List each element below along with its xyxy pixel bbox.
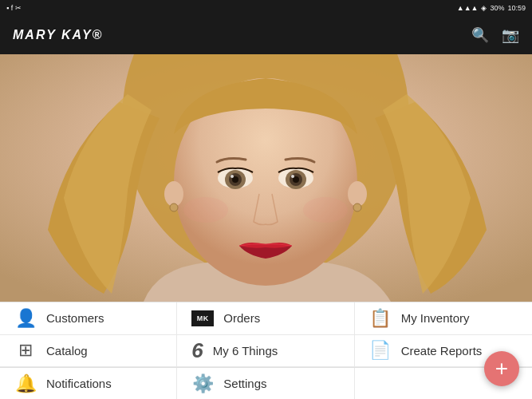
notifications-icon: 🔔 xyxy=(14,373,37,394)
inventory-label: My Inventory xyxy=(401,311,470,325)
svg-point-17 xyxy=(183,197,228,223)
notifications-label: Notifications xyxy=(46,377,112,390)
customers-label: Customers xyxy=(46,311,104,325)
nav-settings[interactable]: ⚙️ Settings xyxy=(177,368,354,399)
nav-orders[interactable]: MK Orders xyxy=(177,302,354,335)
nav-notifications[interactable]: 🔔 Notifications xyxy=(0,368,177,399)
six-things-icon: 6 xyxy=(191,338,203,363)
nav-6things[interactable]: 6 My 6 Things xyxy=(177,335,354,368)
six-things-label: My 6 Things xyxy=(213,344,278,358)
svg-point-16 xyxy=(291,175,294,178)
svg-point-5 xyxy=(348,181,367,207)
svg-point-4 xyxy=(170,203,178,211)
reports-label: Create Reports xyxy=(401,344,483,358)
reports-icon: 📄 xyxy=(369,340,392,361)
fab-icon: + xyxy=(495,358,508,380)
settings-label: Settings xyxy=(223,377,266,390)
app-header: MARY KAY® 🔍 📷 xyxy=(0,16,532,54)
svg-point-3 xyxy=(164,181,183,207)
nav-customers[interactable]: 👤 Customers xyxy=(0,302,177,335)
time-text: 10:59 xyxy=(507,4,526,12)
fab-button[interactable]: + xyxy=(484,351,519,386)
camera-icon[interactable]: 📷 xyxy=(502,26,519,44)
orders-label: Orders xyxy=(223,311,260,325)
nav-inventory[interactable]: 📋 My Inventory xyxy=(355,302,532,335)
hero-image xyxy=(0,54,532,302)
header-icons: 🔍 📷 xyxy=(471,26,519,44)
status-left: ▪ f ✂ xyxy=(6,4,22,12)
signal-icon: ▲▲▲ xyxy=(457,4,479,12)
battery-text: 30% xyxy=(490,4,504,12)
svg-point-18 xyxy=(303,197,348,223)
bottom-row: 🔔 Notifications ⚙️ Settings xyxy=(0,367,532,399)
search-icon[interactable]: 🔍 xyxy=(471,26,489,44)
settings-icon: ⚙️ xyxy=(191,373,214,394)
svg-point-11 xyxy=(231,175,234,178)
bottom-nav: 👤 Customers MK Orders 📋 My Inventory ⊞ C… xyxy=(0,302,532,367)
app-status-icon: ▪ f ✂ xyxy=(6,4,22,12)
svg-point-6 xyxy=(353,203,361,211)
orders-icon: MK xyxy=(191,310,214,326)
inventory-icon: 📋 xyxy=(369,308,392,329)
status-bar: ▪ f ✂ ▲▲▲ ◈ 30% 10:59 xyxy=(0,0,532,16)
customers-icon: 👤 xyxy=(14,308,37,329)
wifi-icon: ◈ xyxy=(481,4,487,12)
nav-catalog[interactable]: ⊞ Catalog xyxy=(0,335,177,368)
catalog-label: Catalog xyxy=(46,344,88,358)
app-logo: MARY KAY® xyxy=(13,28,103,42)
status-right: ▲▲▲ ◈ 30% 10:59 xyxy=(457,4,526,12)
catalog-icon: ⊞ xyxy=(14,340,37,361)
